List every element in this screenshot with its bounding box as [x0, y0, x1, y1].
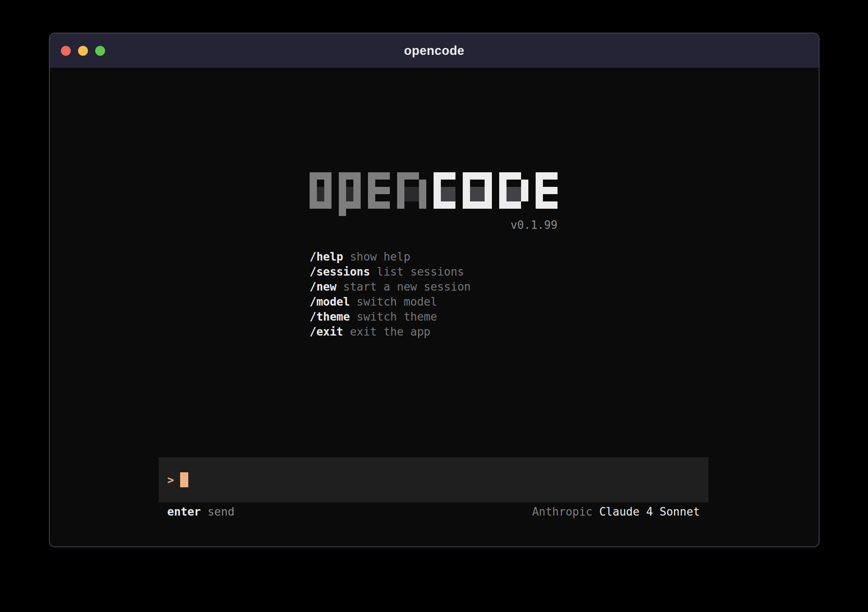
version-label: v0.1.99 — [310, 219, 558, 231]
window-title: opencode — [404, 44, 464, 58]
command-row: /help show help — [310, 249, 471, 264]
command-list: /help show help /sessions list sessions … — [310, 249, 471, 339]
opencode-logo — [310, 172, 558, 216]
logo-letter-e — [536, 172, 558, 209]
command-desc: show help — [350, 250, 410, 263]
prompt-icon: > — [167, 474, 174, 486]
logo-letter-o — [310, 172, 332, 209]
command-desc: start a new session — [343, 280, 470, 293]
prompt-input[interactable]: > — [159, 457, 708, 502]
command-name: /model — [310, 295, 350, 308]
model-indicator: Anthropic Claude 4 Sonnet — [532, 505, 700, 518]
logo-letter-n — [397, 172, 426, 209]
model-name: Claude 4 Sonnet — [599, 505, 700, 518]
logo-letter-o — [463, 172, 492, 209]
key-hint-action: send — [208, 505, 235, 518]
traffic-lights — [61, 33, 105, 68]
command-desc: switch model — [357, 295, 437, 308]
model-provider: Anthropic — [532, 505, 593, 518]
logo-letter-p — [339, 172, 361, 216]
command-name: /new — [310, 280, 337, 293]
statusbar: enter send Anthropic Claude 4 Sonnet — [159, 502, 708, 521]
command-desc: list sessions — [377, 265, 464, 278]
command-row: /theme switch theme — [310, 309, 471, 324]
close-button[interactable] — [61, 46, 71, 56]
titlebar: opencode — [50, 33, 819, 68]
command-row: /new start a new session — [310, 279, 471, 294]
command-name: /help — [310, 250, 343, 263]
logo-letter-d — [499, 172, 528, 209]
command-name: /exit — [310, 325, 343, 338]
command-desc: switch theme — [357, 310, 437, 323]
maximize-button[interactable] — [95, 46, 105, 56]
key-hint-key: enter — [167, 505, 201, 518]
key-hint: enter send — [167, 505, 235, 518]
opencode-window: opencode v0.1.99 /help show help /sessio… — [49, 33, 820, 547]
command-name: /sessions — [310, 265, 370, 278]
command-row: /exit exit the app — [310, 324, 471, 339]
logo-letter-c — [434, 172, 455, 209]
command-desc: exit the app — [350, 325, 431, 338]
command-row: /sessions list sessions — [310, 264, 471, 279]
terminal-content: v0.1.99 /help show help /sessions list s… — [50, 68, 819, 547]
text-cursor — [180, 472, 188, 487]
command-row: /model switch model — [310, 294, 471, 309]
minimize-button[interactable] — [78, 46, 88, 56]
logo-letter-e — [368, 172, 390, 209]
command-name: /theme — [310, 310, 350, 323]
